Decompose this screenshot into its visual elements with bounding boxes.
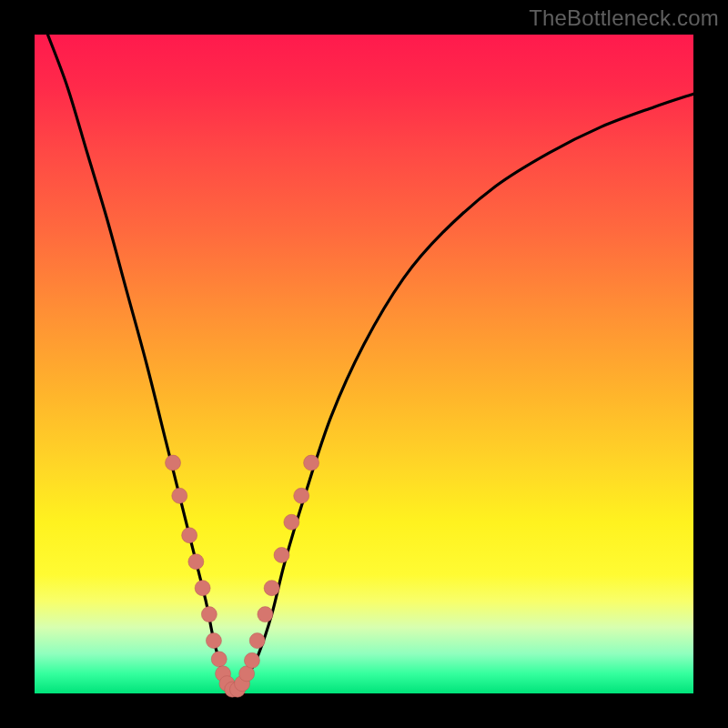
bottleneck-curve bbox=[47, 35, 693, 692]
highlight-dot bbox=[258, 607, 273, 622]
highlight-dot bbox=[172, 488, 187, 503]
highlight-dot bbox=[188, 554, 204, 570]
highlight-dot bbox=[249, 633, 265, 649]
highlight-dot bbox=[201, 607, 217, 622]
highlight-dot bbox=[294, 488, 309, 503]
watermark-text: TheBottleneck.com bbox=[529, 5, 719, 31]
highlight-dot bbox=[166, 455, 181, 470]
highlight-dot bbox=[195, 581, 210, 596]
highlight-dot bbox=[182, 528, 197, 543]
highlight-dot bbox=[211, 652, 227, 667]
highlight-dot bbox=[274, 547, 289, 562]
highlight-dots bbox=[166, 455, 319, 697]
highlight-dot bbox=[206, 633, 221, 649]
chart-frame: TheBottleneck.com bbox=[0, 0, 728, 728]
highlight-dot bbox=[244, 652, 259, 668]
highlight-dot bbox=[264, 581, 279, 596]
highlight-dot bbox=[284, 514, 299, 530]
plot-area bbox=[35, 35, 693, 693]
curve-svg bbox=[35, 35, 693, 693]
highlight-dot bbox=[304, 455, 319, 470]
